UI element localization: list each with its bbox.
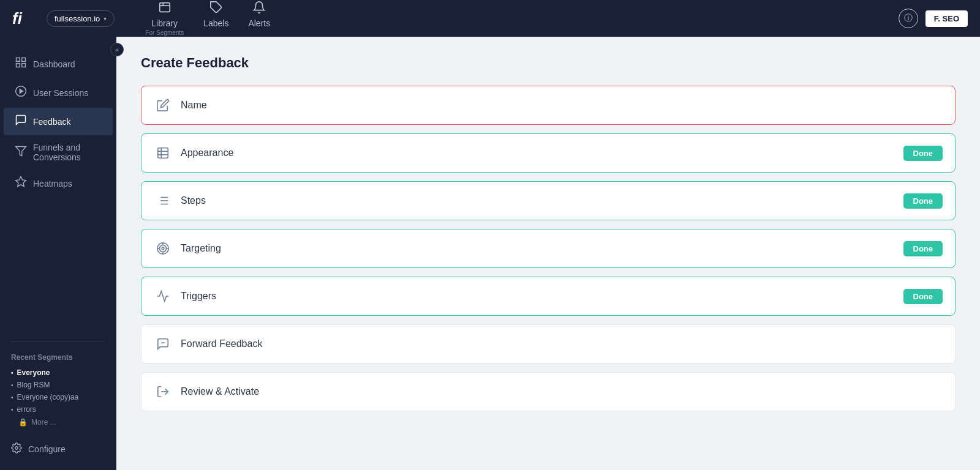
recent-segments-title: Recent Segments [11, 353, 105, 362]
heatmap-icon [15, 176, 27, 191]
chat-icon [15, 114, 27, 129]
sidebar-label-dashboard: Dashboard [33, 59, 75, 69]
svg-point-25 [162, 247, 164, 250]
user-button[interactable]: F. SEO [925, 10, 968, 27]
steps-icon [154, 192, 172, 210]
section-triggers-label: Triggers [181, 291, 903, 302]
section-forward-feedback-label: Forward Feedback [181, 338, 943, 349]
section-steps-label: Steps [181, 195, 903, 206]
sidebar-item-funnels[interactable]: Funnels and Conversions [4, 136, 113, 168]
segment-label-errors: errors [17, 405, 36, 414]
segment-label-blog: Blog RSM [17, 381, 50, 389]
sidebar-item-dashboard[interactable]: Dashboard [4, 50, 113, 78]
section-name-label: Name [181, 100, 943, 111]
segment-item-everyone[interactable]: Everyone [11, 367, 105, 379]
main-layout: « Dashboard User Sessions [0, 37, 980, 470]
section-steps[interactable]: Steps Done [141, 181, 956, 220]
nav-label-alerts: Alerts [248, 18, 270, 28]
sidebar-label-feedback: Feedback [33, 117, 70, 127]
sidebar-item-heatmaps[interactable]: Heatmaps [4, 170, 113, 197]
section-name[interactable]: Name [141, 86, 956, 125]
section-targeting-label: Targeting [181, 243, 903, 254]
sidebar-collapse-button[interactable]: « [110, 43, 124, 56]
segment-label-everyone: Everyone [17, 368, 50, 377]
section-appearance[interactable]: Appearance Done [141, 133, 956, 173]
sidebar-divider [11, 341, 105, 342]
workspace-button[interactable]: fullsession.io ▾ [47, 10, 115, 27]
svg-marker-10 [16, 146, 26, 155]
sidebar-bottom: Configure [0, 434, 116, 464]
sidebar-label-heatmaps: Heatmaps [33, 179, 72, 188]
review-icon [154, 382, 172, 401]
label-icon [209, 1, 223, 17]
nav-right: ⓘ F. SEO [899, 9, 968, 28]
section-targeting[interactable]: Targeting Done [141, 229, 956, 268]
more-segments-button[interactable]: 🔒 More ... [11, 416, 105, 429]
library-icon [158, 1, 172, 17]
sidebar: « Dashboard User Sessions [0, 37, 116, 470]
play-icon [15, 85, 27, 100]
sidebar-nav: Dashboard User Sessions Feedback [0, 43, 116, 335]
configure-button[interactable]: Configure [11, 442, 105, 455]
nav-label-labels: Labels [203, 18, 228, 28]
workspace-label: fullsession.io [55, 14, 100, 23]
funnel-icon [15, 145, 27, 160]
info-button[interactable]: ⓘ [899, 9, 918, 28]
nav-label-library: Library [151, 18, 178, 28]
info-icon: ⓘ [904, 13, 913, 24]
svg-rect-6 [22, 64, 26, 67]
segment-label-everyone-copy: Everyone (copy)aa [17, 393, 79, 401]
done-badge-appearance[interactable]: Done [903, 146, 943, 161]
nav-item-alerts[interactable]: Alerts [248, 1, 270, 36]
section-review-label: Review & Activate [181, 386, 943, 397]
page-title: Create Feedback [141, 55, 956, 71]
svg-rect-0 [159, 3, 170, 12]
segment-item-errors[interactable]: errors [11, 403, 105, 416]
lock-icon: 🔒 [18, 418, 28, 427]
main-content: Create Feedback Name Appearance Done [116, 37, 980, 470]
sidebar-item-feedback[interactable]: Feedback [4, 108, 113, 135]
top-nav-items: Library For Segments Labels Alerts [145, 1, 880, 36]
svg-rect-5 [22, 58, 26, 62]
top-nav: fi fullsession.io ▾ Library For Segments… [0, 0, 980, 37]
done-badge-triggers[interactable]: Done [903, 289, 943, 304]
segment-item-blog[interactable]: Blog RSM [11, 379, 105, 391]
svg-point-24 [160, 245, 167, 252]
edit-icon [154, 96, 172, 114]
appearance-icon [154, 144, 172, 162]
segment-item-everyone-copy[interactable]: Everyone (copy)aa [11, 391, 105, 403]
more-label: More ... [31, 418, 56, 427]
nav-item-labels[interactable]: Labels [203, 1, 228, 36]
svg-marker-9 [20, 89, 23, 94]
recent-segments: Recent Segments Everyone Blog RSM Everyo… [0, 348, 116, 434]
done-badge-targeting[interactable]: Done [903, 241, 943, 256]
gear-icon [11, 442, 22, 455]
nav-sub-library: For Segments [145, 29, 184, 36]
done-badge-steps[interactable]: Done [903, 193, 943, 209]
section-appearance-label: Appearance [181, 147, 903, 159]
svg-marker-11 [16, 177, 26, 187]
targeting-icon [154, 239, 172, 258]
forward-icon [154, 335, 172, 353]
section-forward-feedback[interactable]: Forward Feedback [141, 324, 956, 364]
svg-rect-7 [17, 64, 20, 67]
section-review-activate[interactable]: Review & Activate [141, 372, 956, 411]
sidebar-label-funnels: Funnels and Conversions [33, 143, 102, 162]
svg-point-12 [15, 447, 18, 450]
svg-rect-4 [17, 58, 20, 62]
app-logo: fi [12, 9, 22, 28]
nav-item-library[interactable]: Library For Segments [145, 1, 184, 36]
bell-icon [252, 1, 266, 17]
svg-rect-13 [158, 148, 168, 159]
section-triggers[interactable]: Triggers Done [141, 277, 956, 316]
dashboard-icon [15, 56, 27, 72]
chevron-down-icon: ▾ [104, 15, 107, 22]
sidebar-label-user-sessions: User Sessions [33, 88, 88, 98]
collapse-icon: « [115, 46, 119, 53]
configure-label: Configure [28, 444, 66, 454]
sidebar-item-user-sessions[interactable]: User Sessions [4, 79, 113, 106]
triggers-icon [154, 287, 172, 305]
